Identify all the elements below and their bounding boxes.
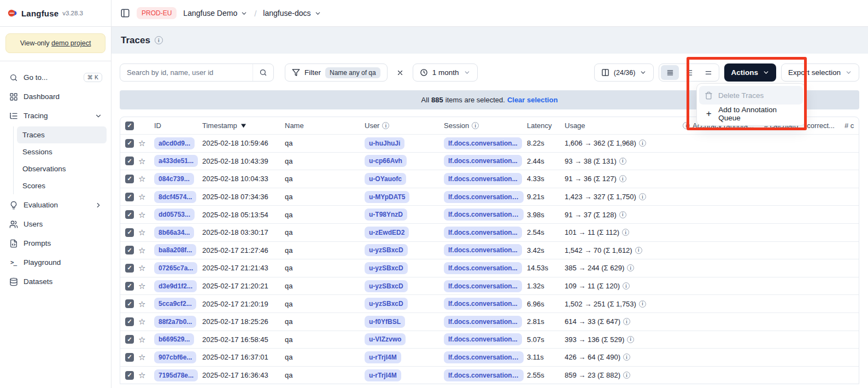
row-checkbox[interactable]: ✓ <box>125 228 134 237</box>
select-all-checkbox[interactable]: ✓ <box>125 121 134 130</box>
info-icon[interactable]: i <box>622 229 629 236</box>
search-input[interactable] <box>120 68 253 77</box>
trace-id-badge[interactable]: 084c739... <box>154 173 194 185</box>
trace-id-badge[interactable]: ba8a208f... <box>154 244 196 256</box>
row-checkbox[interactable]: ✓ <box>125 299 134 308</box>
row-checkbox[interactable]: ✓ <box>125 264 134 273</box>
star-icon[interactable]: ☆ <box>138 193 145 201</box>
session-badge[interactable]: lf.docs.conversation... <box>444 227 522 239</box>
session-badge[interactable]: lf.docs.conversation.... <box>444 209 524 221</box>
row-checkbox[interactable]: ✓ <box>125 371 134 380</box>
user-badge[interactable]: u-rTrjI4M <box>365 369 401 381</box>
star-icon[interactable]: ☆ <box>138 335 145 344</box>
session-badge[interactable]: lf.docs.conversation... <box>444 280 522 292</box>
row-height-medium-icon[interactable] <box>680 65 698 80</box>
search-icon[interactable] <box>253 64 273 81</box>
trace-id-badge[interactable]: 8b66a34... <box>154 227 194 239</box>
sidebar-item-observations[interactable]: Observations <box>17 160 107 177</box>
header-name[interactable]: Name <box>285 121 365 130</box>
table-row[interactable]: ✓ ☆ 88f2a7b0... 2025-02-17 18:25:26 qa u… <box>120 312 859 331</box>
table-row[interactable]: ✓ ☆ d3e9d1f2... 2025-02-17 21:20:21 qa u… <box>120 277 859 295</box>
star-icon[interactable]: ☆ <box>138 300 145 308</box>
sidebar-item-evaluation[interactable]: Evaluation <box>4 195 107 215</box>
session-badge[interactable]: lf.docs.conversation.... <box>444 351 524 363</box>
info-icon[interactable]: i <box>619 158 626 165</box>
row-height-large-icon[interactable] <box>699 65 717 80</box>
clear-selection-link[interactable]: Clear selection <box>507 96 558 104</box>
table-row[interactable]: ✓ ☆ 07265c7a... 2025-02-17 21:21:43 qa u… <box>120 259 859 277</box>
user-badge[interactable]: u-rTrjI4M <box>365 351 401 363</box>
trace-id-badge[interactable]: 8dcf4574... <box>154 191 196 203</box>
info-icon[interactable]: i <box>627 336 634 343</box>
trace-id-badge[interactable]: a0cd0d9... <box>154 137 195 149</box>
columns-button[interactable]: (24/36) <box>594 63 654 82</box>
sidebar-item-datasets[interactable]: Datasets <box>4 272 107 291</box>
session-badge[interactable]: lf.docs.conversation... <box>444 244 522 256</box>
user-badge[interactable]: u-yzSBxcD <box>365 298 408 310</box>
row-checkbox[interactable]: ✓ <box>125 353 134 362</box>
header-user[interactable]: User i <box>365 121 444 130</box>
session-badge[interactable]: lf.docs.conversation... <box>444 316 522 328</box>
info-icon[interactable]: i <box>623 282 630 289</box>
info-icon[interactable]: i <box>639 300 646 308</box>
actions-button[interactable]: Actions <box>724 63 776 82</box>
user-badge[interactable]: u-huJhuJi <box>365 137 404 149</box>
info-icon[interactable]: i <box>155 36 163 44</box>
row-checkbox[interactable]: ✓ <box>125 175 134 183</box>
star-icon[interactable]: ☆ <box>138 157 145 165</box>
trace-id-badge[interactable]: 07265c7a... <box>154 262 197 274</box>
row-height-small-icon[interactable] <box>661 65 679 80</box>
org-selector[interactable]: Langfuse Demo <box>183 9 248 18</box>
star-icon[interactable]: ☆ <box>138 353 145 361</box>
row-checkbox[interactable]: ✓ <box>125 335 134 344</box>
star-icon[interactable]: ☆ <box>138 317 145 326</box>
info-icon[interactable]: i <box>619 211 626 218</box>
header-score-c[interactable]: # c <box>844 121 859 130</box>
star-icon[interactable]: ☆ <box>138 282 145 290</box>
row-checkbox[interactable]: ✓ <box>125 282 134 291</box>
table-row[interactable]: ✓ ☆ ba8a208f... 2025-02-17 21:27:46 qa u… <box>120 241 859 259</box>
user-badge[interactable]: u-yzSBxcD <box>365 244 408 256</box>
user-badge[interactable]: u-yzSBxcD <box>365 262 408 274</box>
user-badge[interactable]: u-f0YfBSL <box>365 316 405 328</box>
filter-button[interactable]: Filter Name any of qa <box>285 63 388 82</box>
time-range-button[interactable]: 1 month <box>413 63 478 82</box>
user-badge[interactable]: u-VIZzvwo <box>365 333 406 345</box>
star-icon[interactable]: ☆ <box>138 228 145 236</box>
row-checkbox[interactable]: ✓ <box>125 193 134 201</box>
row-checkbox[interactable]: ✓ <box>125 139 134 148</box>
star-icon[interactable]: ☆ <box>138 211 145 219</box>
sidebar-item-traces[interactable]: Traces <box>17 126 107 143</box>
sidebar-item-users[interactable]: Users <box>4 215 107 234</box>
demo-project-link[interactable]: demo project <box>51 39 91 47</box>
info-icon[interactable]: i <box>627 264 634 271</box>
header-usage[interactable]: Usage <box>565 121 683 130</box>
table-row[interactable]: ✓ ☆ 084c739... 2025-02-18 10:04:33 qa u-… <box>120 170 859 188</box>
user-badge[interactable]: u-zEwdED2 <box>365 227 409 239</box>
info-icon[interactable]: i <box>635 247 642 254</box>
trace-id-badge[interactable]: 88f2a7b0... <box>154 316 196 328</box>
table-row[interactable]: ✓ ☆ dd05753... 2025-02-18 05:13:54 qa u-… <box>120 205 859 223</box>
session-badge[interactable]: lf.docs.conversation.... <box>444 191 524 203</box>
session-badge[interactable]: lf.docs.conversation... <box>444 137 522 149</box>
session-badge[interactable]: lf.docs.conversation... <box>444 155 522 167</box>
row-checkbox[interactable]: ✓ <box>125 317 134 326</box>
table-row[interactable]: ✓ ☆ a0cd0d9... 2025-02-18 10:59:46 qa u-… <box>120 134 859 152</box>
header-session[interactable]: Session i <box>444 121 527 130</box>
table-row[interactable]: ✓ ☆ 8dcf4574... 2025-02-18 07:34:36 qa u… <box>120 188 859 206</box>
session-badge[interactable]: lf.docs.conversation.... <box>444 369 524 381</box>
star-icon[interactable]: ☆ <box>138 246 145 254</box>
star-icon[interactable]: ☆ <box>138 371 145 379</box>
info-icon[interactable]: i <box>619 175 626 182</box>
project-selector[interactable]: langfuse-docs <box>263 9 321 18</box>
header-id[interactable]: ID <box>154 121 202 130</box>
row-checkbox[interactable]: ✓ <box>125 246 134 254</box>
table-row[interactable]: ✓ ☆ b669529... 2025-02-17 16:58:45 qa u-… <box>120 331 859 349</box>
session-badge[interactable]: lf.docs.conversation... <box>444 333 522 345</box>
star-icon[interactable]: ☆ <box>138 139 145 147</box>
user-badge[interactable]: u-T98YnzD <box>365 209 407 221</box>
trace-id-badge[interactable]: 907cbf6e... <box>154 351 196 363</box>
header-score-correctness[interactable]: -correct... <box>805 121 844 130</box>
row-checkbox[interactable]: ✓ <box>125 157 134 165</box>
user-badge[interactable]: u-MYpDAT5 <box>365 191 409 203</box>
